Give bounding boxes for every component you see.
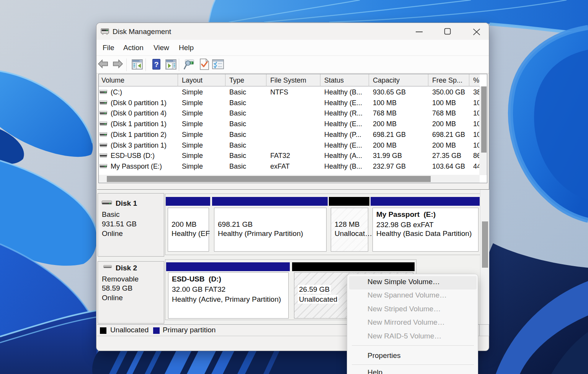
svg-text:?: ?: [154, 60, 159, 68]
